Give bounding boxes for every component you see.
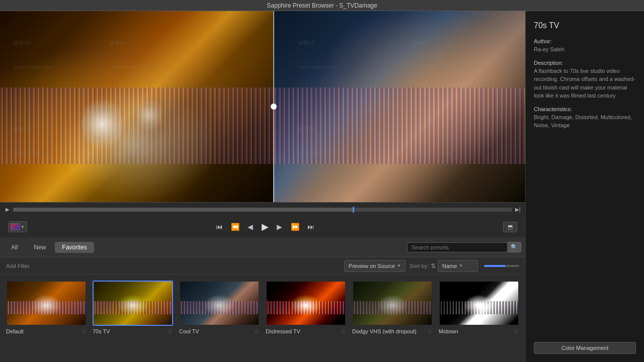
scrubber-area: ▶ ▶| bbox=[0, 203, 525, 217]
info-panel: 70s TV Author: Ra-ey Saleh Description: … bbox=[525, 11, 644, 362]
preset-star-distressed-tv[interactable]: ☆ bbox=[341, 328, 346, 335]
characteristics-section: Characteristics: Bright, Damage, Distort… bbox=[534, 106, 636, 130]
preset-thumb-default[interactable] bbox=[6, 281, 87, 326]
timeline-playhead[interactable] bbox=[353, 207, 354, 213]
search-input[interactable] bbox=[407, 242, 508, 252]
preset-item-70s-tv[interactable]: 70s TV ☆ bbox=[93, 281, 173, 335]
add-filter-label: Add Filter bbox=[6, 263, 30, 269]
color-management-button[interactable]: Color Management bbox=[534, 342, 636, 354]
preset-star-70s-tv[interactable]: ☆ bbox=[168, 328, 173, 335]
preset-name-motown: Motown bbox=[439, 328, 458, 334]
preset-name-70s-tv: 70s TV bbox=[93, 328, 110, 334]
transport-bar: ▶ ▶| ▼ ⏮ ⏪ ◀ ▶ bbox=[0, 202, 525, 237]
presets-filter-bar: Add Filter Preview on Source ▼ Sort by: … bbox=[0, 257, 525, 275]
preset-name-distressed-tv: Distressed TV bbox=[266, 328, 300, 334]
preset-thumb-motown[interactable] bbox=[439, 281, 519, 326]
preset-star-motown[interactable]: ☆ bbox=[514, 328, 519, 335]
sort-area: Sort by: ⇅ Name ▼ bbox=[410, 260, 519, 272]
thumbnail-size-slider[interactable] bbox=[484, 265, 519, 267]
author-section: Author: Ra-ey Saleh bbox=[534, 38, 636, 54]
thumbnail-size-slider-area bbox=[484, 265, 519, 267]
left-panel: 辅客AE www.talkae.com 辅客AE www.talkae.com … bbox=[0, 11, 525, 362]
export-icon: ⬒ bbox=[508, 224, 513, 230]
characteristics-value: Bright, Damage, Distorted, Multicolored,… bbox=[534, 113, 636, 130]
preset-name-cool-tv: Cool TV bbox=[179, 328, 199, 334]
right-transport-controls: ⬒ bbox=[503, 222, 517, 232]
video-divider-handle[interactable] bbox=[271, 104, 277, 110]
preset-name-default: Default bbox=[6, 328, 24, 334]
main-layout: 辅客AE www.talkae.com 辅客AE www.talkae.com … bbox=[0, 11, 644, 362]
source-selector[interactable]: ▼ bbox=[8, 221, 27, 232]
sort-icon[interactable]: ⇅ bbox=[431, 262, 436, 269]
preset-item-motown[interactable]: Motown ☆ bbox=[439, 281, 519, 335]
skip-to-start-button[interactable]: ⏮ bbox=[214, 222, 225, 232]
preset-thumb-cool-tv[interactable] bbox=[179, 281, 260, 326]
preset-star-default[interactable]: ☆ bbox=[81, 328, 87, 335]
description-section: Description: A flashback to 70s live stu… bbox=[534, 60, 636, 100]
preset-label-dodgy-vhs: Dodgy VHS (with dropout) ☆ bbox=[352, 328, 433, 335]
presets-grid: Default ☆ 70s TV ☆ bbox=[0, 275, 525, 362]
preview-source-dropdown[interactable]: Preview on Source ▼ bbox=[344, 260, 406, 272]
tab-all[interactable]: All bbox=[4, 242, 25, 253]
export-button[interactable]: ⬒ bbox=[503, 222, 517, 232]
preset-item-distressed-tv[interactable]: Distressed TV ☆ bbox=[266, 281, 346, 335]
sort-name-label: Name bbox=[442, 263, 457, 269]
preset-item-dodgy-vhs[interactable]: Dodgy VHS (with dropout) ☆ bbox=[352, 281, 433, 335]
timeline-track[interactable] bbox=[13, 208, 512, 212]
preset-thumb-70s-tv[interactable] bbox=[93, 281, 173, 326]
fast-forward-button[interactable]: ⏩ bbox=[289, 222, 301, 232]
preset-thumb-dodgy-vhs[interactable] bbox=[352, 281, 433, 326]
preset-title: 70s TV bbox=[534, 21, 636, 30]
author-label: Author: bbox=[534, 38, 636, 44]
video-preview: 辅客AE www.talkae.com 辅客AE www.talkae.com … bbox=[0, 11, 525, 202]
preset-star-dodgy-vhs[interactable]: ☆ bbox=[427, 328, 433, 335]
sort-name-dropdown[interactable]: Name ▼ bbox=[438, 260, 478, 272]
step-back-button[interactable]: ⏪ bbox=[229, 222, 242, 232]
sort-name-arrow: ▼ bbox=[459, 263, 463, 268]
preset-label-distressed-tv: Distressed TV ☆ bbox=[266, 328, 346, 335]
source-dropdown-arrow: ▼ bbox=[21, 225, 25, 229]
description-label: Description: bbox=[534, 60, 636, 66]
tab-new[interactable]: New bbox=[27, 242, 53, 253]
frame-forward-button[interactable]: ▶ bbox=[275, 222, 285, 232]
preset-name-dodgy-vhs: Dodgy VHS (with dropout) bbox=[352, 328, 417, 334]
video-left-half: 辅客AE www.talkae.com 辅客AE www.talkae.com … bbox=[0, 11, 273, 202]
description-value: A flashback to 70s live studio video rec… bbox=[534, 67, 636, 100]
source-color-preview bbox=[11, 223, 20, 230]
frame-back-button[interactable]: ◀ bbox=[246, 222, 256, 232]
timeline-progress bbox=[13, 208, 353, 212]
play-button[interactable]: ▶ bbox=[260, 220, 271, 233]
characteristics-label: Characteristics: bbox=[534, 106, 636, 112]
transport-controls: ▼ ⏮ ⏪ ◀ ▶ ▶ ⏩ ⏭ ⬒ bbox=[0, 217, 525, 237]
preset-label-cool-tv: Cool TV ☆ bbox=[179, 328, 260, 335]
center-transport-controls: ⏮ ⏪ ◀ ▶ ▶ ⏩ ⏭ bbox=[214, 220, 316, 233]
titlebar: Sapphire Preset Browser - S_TVDamage bbox=[0, 0, 644, 11]
preview-source-area: Preview on Source ▼ bbox=[344, 260, 406, 272]
timeline-end-icon[interactable]: ▶| bbox=[514, 206, 521, 213]
preset-label-70s-tv: 70s TV ☆ bbox=[93, 328, 173, 335]
search-area: 🔍 bbox=[407, 242, 521, 252]
preview-source-label: Preview on Source bbox=[349, 263, 395, 269]
left-transport-controls: ▼ bbox=[8, 221, 27, 232]
presets-toolbar: All New Favorites 🔍 bbox=[0, 237, 525, 257]
preset-thumb-distressed-tv[interactable] bbox=[266, 281, 346, 326]
preset-label-default: Default ☆ bbox=[6, 328, 87, 335]
app-title: Sapphire Preset Browser - S_TVDamage bbox=[267, 2, 377, 9]
search-button[interactable]: 🔍 bbox=[508, 242, 521, 252]
skip-to-end-button[interactable]: ⏭ bbox=[305, 222, 316, 232]
preview-source-arrow: ▼ bbox=[397, 263, 401, 268]
preset-item-cool-tv[interactable]: Cool TV ☆ bbox=[179, 281, 260, 335]
preset-label-motown: Motown ☆ bbox=[439, 328, 519, 335]
preset-star-cool-tv[interactable]: ☆ bbox=[254, 328, 260, 335]
preset-item-default[interactable]: Default ☆ bbox=[6, 281, 87, 335]
author-value: Ra-ey Saleh bbox=[534, 45, 636, 54]
video-right-half: 辅客AE www.talkae.com 辅客AE www.talkae.com … bbox=[273, 11, 525, 202]
sort-by-label: Sort by: bbox=[410, 263, 429, 269]
presets-section: All New Favorites 🔍 Add Filter Preview o… bbox=[0, 237, 525, 362]
video-split-divider[interactable] bbox=[273, 11, 274, 202]
play-left-icon[interactable]: ▶ bbox=[4, 206, 11, 213]
tab-favorites[interactable]: Favorites bbox=[55, 242, 94, 253]
